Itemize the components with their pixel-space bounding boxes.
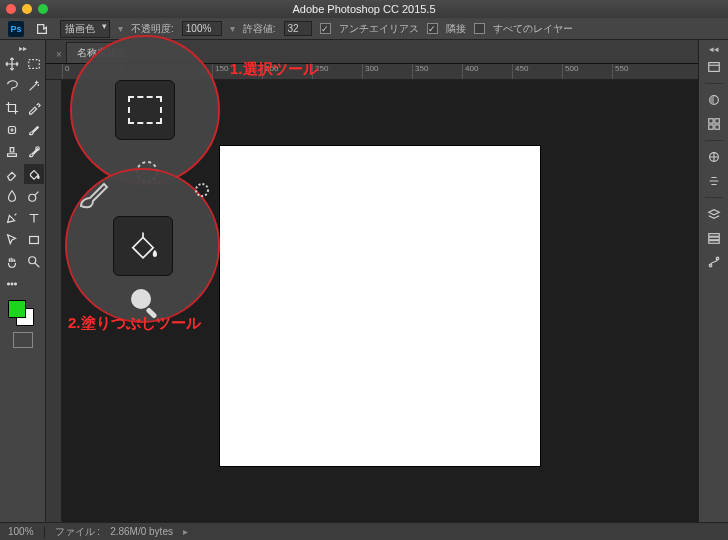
svg-rect-11 [708,119,712,123]
edit-toolbar[interactable] [2,274,22,294]
ruler-mark: 550 [612,64,662,79]
right-panel-dock: ◂◂ [698,40,728,522]
brush-tool[interactable] [24,120,44,140]
svg-rect-17 [708,237,719,240]
options-bar: Ps 描画色 ▾ 不透明度: 100% ▾ 許容値: 32 アンチエイリアス 隣… [0,18,728,40]
ruler-mark: 350 [412,64,462,79]
zoom-level[interactable]: 100% [8,526,34,537]
magic-wand-tool[interactable] [24,76,44,96]
svg-point-7 [11,283,13,285]
deco-brush-icon [75,172,115,212]
marquee-tool-zoomed-icon [115,80,175,140]
layers-panel-icon[interactable] [703,203,725,225]
svg-rect-0 [28,60,39,69]
eraser-tool[interactable] [2,164,22,184]
svg-rect-14 [714,125,718,129]
foreground-color-swatch[interactable] [8,300,26,318]
app-title: Adobe Photoshop CC 2015.5 [0,3,728,15]
annotation-callout-1 [70,35,220,185]
svg-point-22 [196,184,208,196]
history-brush-tool[interactable] [24,142,44,162]
paint-bucket-zoomed-icon [113,216,173,276]
ruler-mark: 400 [462,64,512,79]
canvas[interactable] [220,146,540,466]
quick-mask-toggle[interactable] [13,332,33,348]
ruler-mark: 500 [562,64,612,79]
paint-bucket-tool[interactable] [24,164,44,184]
tool-panel: ▸▸ [0,40,46,522]
blur-tool[interactable] [2,186,22,206]
channels-panel-icon[interactable] [703,227,725,249]
lasso-tool[interactable] [2,76,22,96]
svg-point-5 [28,257,35,264]
doc-tab-close-x[interactable]: × [52,46,66,63]
opacity-input[interactable]: 100% [182,21,222,36]
move-tool[interactable] [2,54,22,74]
stamp-tool[interactable] [2,142,22,162]
expand-panels-icon[interactable]: ◂◂ [709,44,719,54]
tolerance-input[interactable]: 32 [284,21,312,36]
type-tool[interactable] [24,208,44,228]
annotation-label-1: 1.選択ツール [230,60,318,79]
color-panel-icon[interactable] [703,89,725,111]
eyedropper-tool[interactable] [24,98,44,118]
svg-rect-18 [708,241,719,244]
swatches-panel-icon[interactable] [703,113,725,135]
ps-logo-icon: Ps [8,21,24,37]
deco-circle-icon [192,180,212,200]
svg-point-8 [14,283,16,285]
antialias-label: アンチエイリアス [339,22,419,36]
svg-rect-16 [708,234,719,237]
adjustments-panel-icon[interactable] [703,146,725,168]
ruler-mark: 300 [362,64,412,79]
history-panel-icon[interactable] [703,56,725,78]
zoom-tool[interactable] [24,252,44,272]
marquee-tool[interactable] [24,54,44,74]
svg-rect-12 [714,119,718,123]
svg-point-3 [28,194,35,201]
ruler-mark: 450 [512,64,562,79]
path-select-tool[interactable] [2,230,22,250]
antialias-checkbox[interactable] [320,23,331,34]
healing-tool[interactable] [2,120,22,140]
current-tool-icon [32,19,52,39]
app-window: Adobe Photoshop CC 2015.5 Ps 描画色 ▾ 不透明度:… [0,0,728,540]
crop-tool[interactable] [2,98,22,118]
collapse-tools-icon[interactable]: ▸▸ [14,44,32,52]
svg-rect-4 [29,237,38,244]
dodge-tool[interactable] [24,186,44,206]
svg-rect-13 [708,125,712,129]
paths-panel-icon[interactable] [703,251,725,273]
ruler-vertical [46,80,62,522]
file-info-value: 2.86M/0 bytes [110,526,173,537]
svg-point-6 [7,283,9,285]
color-swatches[interactable] [8,300,38,330]
contiguous-label: 隣接 [446,22,466,36]
status-bar: 100% ファイル : 2.86M/0 bytes ▸ [0,522,728,540]
ruler-mark: 250 [312,64,362,79]
pen-tool[interactable] [2,208,22,228]
contiguous-checkbox[interactable] [427,23,438,34]
svg-point-23 [131,289,151,309]
opacity-label: 不透明度: [131,22,174,36]
title-bar: Adobe Photoshop CC 2015.5 [0,0,728,18]
all-layers-label: すべてのレイヤー [493,22,573,36]
svg-rect-9 [708,63,719,72]
file-info-label: ファイル : [55,525,101,539]
tolerance-label: 許容値: [243,22,276,36]
annotation-label-2: 2.塗りつぶしツール [68,314,201,333]
hand-tool[interactable] [2,252,22,272]
styles-panel-icon[interactable] [703,170,725,192]
fill-mode-dropdown[interactable]: 描画色 [60,20,110,38]
shape-tool[interactable] [24,230,44,250]
annotation-callout-2 [65,168,220,323]
all-layers-checkbox[interactable] [474,23,485,34]
